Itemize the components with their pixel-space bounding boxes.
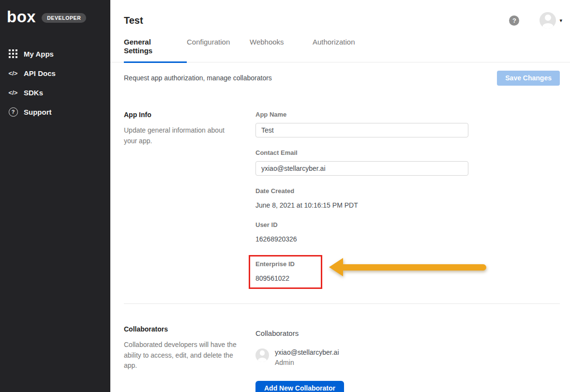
box-logo[interactable]: box: [7, 9, 36, 25]
contact-email-label: Contact Email: [255, 149, 468, 157]
contact-email-input[interactable]: [255, 161, 468, 176]
tab-bar: General Settings Configuration Webhooks …: [110, 38, 570, 62]
collaborators-list-label: Collaborators: [255, 329, 468, 338]
collaborators-list: Collaborators yxiao@stellarcyber.ai Admi…: [255, 325, 468, 392]
date-created-value: June 8, 2021 at 10:16:15 PM PDT: [255, 201, 468, 210]
sidebar-item-my-apps[interactable]: My Apps: [0, 44, 110, 63]
code-icon: </>: [8, 70, 18, 77]
app-info-left: App Info Update general information abou…: [124, 111, 237, 289]
sidebar-nav: My Apps </> API Docs </> SDKs ? Support: [0, 44, 110, 121]
topbar-right: ? ▾: [509, 12, 562, 29]
topbar: Test ? ▾: [110, 0, 570, 26]
app-info-section: App Info Update general information abou…: [124, 111, 570, 289]
enterprise-id-field: Enterprise ID 809561022: [255, 255, 468, 289]
app-info-heading: App Info: [124, 111, 237, 119]
enterprise-id-value: 809561022: [255, 274, 321, 283]
tab-label: Authorization: [313, 38, 362, 54]
tab-label: Configuration: [187, 38, 237, 54]
annotation-arrow-icon: [329, 258, 486, 276]
sidebar-item-api-docs[interactable]: </> API Docs: [0, 63, 110, 83]
main-area: Test ? ▾ General Settings Configuration …: [110, 0, 570, 392]
content: App Info Update general information abou…: [110, 93, 570, 392]
sidebar-item-label: SDKs: [24, 89, 43, 97]
red-highlight-box: Enterprise ID 809561022: [249, 255, 322, 289]
help-icon[interactable]: ?: [509, 15, 519, 26]
user-id-field: User ID 16268920326: [255, 221, 468, 243]
chevron-down-icon[interactable]: ▾: [559, 17, 562, 24]
section-divider: [124, 303, 560, 304]
add-new-collaborator-button[interactable]: Add New Collaborator: [255, 381, 344, 392]
collaborator-avatar: [255, 348, 269, 362]
app-name-input[interactable]: [255, 123, 468, 137]
date-created-field: Date Created June 8, 2021 at 10:16:15 PM…: [255, 187, 468, 210]
sidebar-item-label: API Docs: [24, 69, 56, 77]
code-icon: </>: [8, 89, 18, 96]
developer-badge: DEVELOPER: [42, 13, 86, 23]
tab-label: Webhooks: [250, 38, 291, 54]
save-changes-button[interactable]: Save Changes: [497, 71, 560, 86]
collaborator-info: yxiao@stellarcyber.ai Admin: [275, 348, 339, 366]
grid-icon: [8, 49, 18, 58]
sidebar: box DEVELOPER My Apps </> API Docs </> S…: [0, 0, 110, 392]
tab-configuration[interactable]: Configuration: [187, 38, 250, 62]
collaborators-heading: Collaborators: [124, 325, 237, 333]
logo-row: box DEVELOPER: [0, 0, 110, 25]
collaborators-left: Collaborators Collaborated developers wi…: [124, 325, 237, 392]
sidebar-item-label: My Apps: [24, 50, 54, 58]
tab-authorization[interactable]: Authorization: [313, 38, 375, 62]
collaborator-row: yxiao@stellarcyber.ai Admin: [255, 348, 468, 366]
app-info-description: Update general information about your ap…: [124, 125, 237, 146]
app-name-label: App Name: [255, 111, 468, 119]
collaborator-email: yxiao@stellarcyber.ai: [275, 348, 339, 356]
date-created-label: Date Created: [255, 187, 468, 195]
user-id-value: 16268920326: [255, 235, 468, 243]
user-id-label: User ID: [255, 221, 468, 229]
question-circle-icon: ?: [8, 107, 18, 117]
tab-general-settings[interactable]: General Settings: [124, 38, 187, 62]
collaborators-section: Collaborators Collaborated developers wi…: [124, 325, 570, 392]
sidebar-item-support[interactable]: ? Support: [0, 102, 110, 121]
subheader: Request app authorization, manage collab…: [110, 62, 570, 93]
collaborators-description: Collaborated developers will have the ab…: [124, 340, 237, 371]
sidebar-item-sdks[interactable]: </> SDKs: [0, 83, 110, 102]
tab-webhooks[interactable]: Webhooks: [250, 38, 313, 62]
collaborator-role: Admin: [275, 359, 339, 366]
app-info-form: App Name Contact Email Date Created June…: [255, 111, 468, 289]
tab-label: General Settings: [124, 38, 187, 63]
enterprise-id-label: Enterprise ID: [255, 260, 321, 268]
page-title: Test: [124, 15, 560, 26]
subheader-description: Request app authorization, manage collab…: [124, 74, 272, 82]
user-avatar[interactable]: [540, 12, 556, 29]
sidebar-item-label: Support: [24, 108, 52, 116]
